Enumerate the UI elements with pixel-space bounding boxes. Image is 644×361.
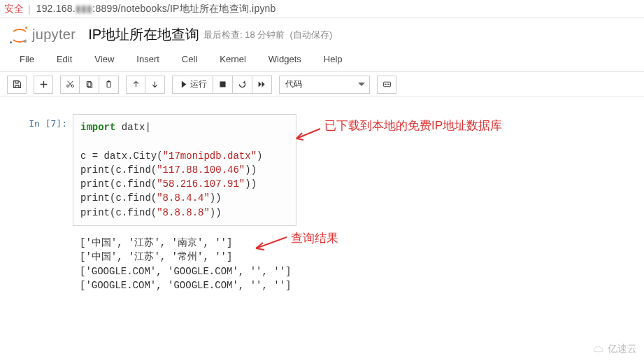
last-checkpoint: 最后检查: 18 分钟前 (自动保存) xyxy=(203,29,332,41)
save-button[interactable] xyxy=(7,76,27,94)
menu-cell[interactable]: Cell xyxy=(172,51,210,67)
separator: | xyxy=(28,3,31,15)
move-up-button[interactable] xyxy=(126,76,145,94)
notebook-title[interactable]: IP地址所在地查询 xyxy=(88,25,199,44)
svg-rect-2 xyxy=(385,84,386,85)
cell-type-value: 代码 xyxy=(285,78,302,90)
menu-kernel[interactable]: Kernel xyxy=(210,51,259,67)
code-input[interactable]: import datx| c = datx.City("17monipdb.da… xyxy=(73,114,296,226)
code-cell[interactable]: In [7]: import datx| c = datx.City("17mo… xyxy=(17,114,627,292)
interrupt-button[interactable] xyxy=(213,76,233,94)
svg-rect-4 xyxy=(388,84,389,85)
cell-type-select[interactable]: 代码 xyxy=(279,76,370,94)
jupyter-wordmark: jupyter xyxy=(32,27,76,43)
menu-bar: File Edit View Insert Cell Kernel Widget… xyxy=(0,48,644,72)
restart-run-all-button[interactable] xyxy=(252,76,272,94)
notebook-area: In [7]: import datx| c = datx.City("17mo… xyxy=(0,97,644,313)
notebook-header: jupyter IP地址所在地查询 最后检查: 18 分钟前 (自动保存) xyxy=(0,18,644,48)
svg-rect-3 xyxy=(386,84,387,85)
input-prompt: In [7]: xyxy=(17,114,73,292)
paste-button[interactable] xyxy=(99,76,119,94)
jupyter-logo[interactable]: jupyter xyxy=(10,26,76,44)
chevron-down-icon xyxy=(358,83,365,86)
jupyter-icon xyxy=(10,26,28,44)
run-button[interactable]: 运行 xyxy=(172,76,213,94)
menu-widgets[interactable]: Widgets xyxy=(259,51,314,67)
menu-file[interactable]: File xyxy=(10,51,47,67)
copy-button[interactable] xyxy=(80,76,99,94)
cut-button[interactable] xyxy=(60,76,80,94)
url-text[interactable]: 192.168.▮▮▮:8899/notebooks/IP地址所在地查询.ipy… xyxy=(36,3,276,15)
toolbar: 运行 代码 xyxy=(0,72,644,97)
cell-output: ['中国', '江苏', '南京', ''] ['中国', '江苏', '常州'… xyxy=(73,230,627,292)
browser-address-bar[interactable]: 安全 | 192.168.▮▮▮:8899/notebooks/IP地址所在地查… xyxy=(0,0,644,18)
move-down-button[interactable] xyxy=(145,76,165,94)
annotation-result: 查询结果 xyxy=(291,230,338,246)
restart-button[interactable] xyxy=(233,76,252,94)
menu-view[interactable]: View xyxy=(85,51,127,67)
security-label: 安全 xyxy=(4,3,24,15)
add-cell-button[interactable] xyxy=(34,76,53,94)
menu-edit[interactable]: Edit xyxy=(47,51,85,67)
menu-help[interactable]: Help xyxy=(314,51,355,67)
menu-insert[interactable]: Insert xyxy=(127,51,172,67)
annotation-db: 已下载到本地的免费IP地址数据库 xyxy=(324,118,502,134)
svg-rect-0 xyxy=(220,81,225,87)
command-palette-button[interactable] xyxy=(377,76,396,94)
